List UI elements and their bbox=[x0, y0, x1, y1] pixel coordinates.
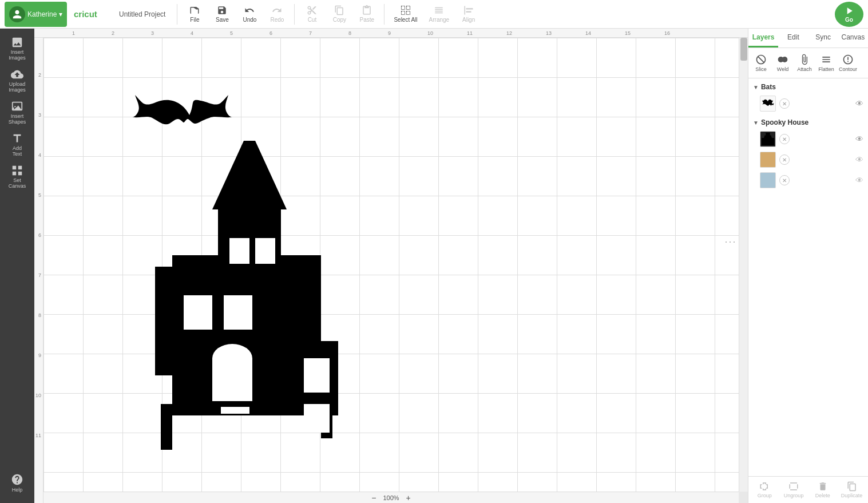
house-image bbox=[155, 141, 338, 467]
user-chevron-icon: ▾ bbox=[59, 10, 62, 18]
spooky-house-group-label: Spooky House bbox=[761, 118, 808, 126]
house-layer-2-x-button[interactable]: ✕ bbox=[779, 155, 790, 165]
cricut-logo: cricut bbox=[74, 9, 112, 20]
toolbar-separator-2 bbox=[294, 4, 295, 25]
sidebar-item-add-text[interactable]: AddText bbox=[2, 129, 33, 160]
canvas-vertical-scrollbar[interactable] bbox=[739, 38, 748, 492]
flatten-tool[interactable]: Flatten bbox=[816, 52, 837, 74]
zoom-in-button[interactable]: + bbox=[404, 493, 413, 502]
tab-sync[interactable]: Sync bbox=[808, 29, 838, 47]
sidebar-insert-images-label: InsertImages bbox=[9, 50, 26, 61]
cut-button[interactable]: Cut bbox=[299, 2, 324, 27]
select-all-button[interactable]: Select All bbox=[389, 2, 422, 27]
toolbar-separator-3 bbox=[384, 4, 385, 25]
group-label: Group bbox=[758, 493, 772, 498]
align-button[interactable]: Align bbox=[456, 2, 481, 27]
house-layer-2-visibility[interactable]: 👁 bbox=[855, 155, 863, 164]
file-label: File bbox=[190, 17, 199, 23]
ruler-left-tick-9: 9 bbox=[38, 353, 41, 358]
group-button[interactable]: Group bbox=[751, 479, 779, 501]
house-layer-3-visibility[interactable]: 👁 bbox=[855, 176, 863, 185]
ruler-tick-3: 3 bbox=[151, 30, 154, 36]
weld-tool[interactable]: Weld bbox=[772, 52, 793, 74]
delete-layer-button[interactable]: Delete bbox=[809, 479, 837, 501]
arrange-button[interactable]: Arrange bbox=[425, 2, 454, 27]
flatten-label: Flatten bbox=[818, 66, 834, 72]
layers-panel: ▼ Bats ✕ 👁 ▼ Spooky House bbox=[748, 78, 868, 476]
copy-button[interactable]: Copy bbox=[327, 2, 352, 27]
file-button[interactable]: File bbox=[182, 2, 207, 27]
ruler-tick-13: 13 bbox=[546, 30, 552, 36]
ruler-tick-11: 11 bbox=[467, 30, 473, 36]
paste-button[interactable]: Paste bbox=[354, 2, 379, 27]
bat-layer-item[interactable]: ✕ 👁 bbox=[748, 93, 868, 114]
ruler-tick-5: 5 bbox=[230, 30, 233, 36]
svg-rect-13 bbox=[155, 272, 187, 375]
canvas-more-options[interactable]: ⋮ bbox=[724, 236, 738, 248]
svg-text:cricut: cricut bbox=[74, 9, 97, 18]
toolbar-separator-1 bbox=[177, 4, 177, 25]
sidebar-help-label: Help bbox=[12, 487, 23, 493]
bat-layer-x-button[interactable]: ✕ bbox=[779, 98, 790, 109]
sidebar-item-upload-images[interactable]: UploadImages bbox=[2, 65, 33, 96]
contour-tool[interactable]: Contour bbox=[838, 52, 858, 74]
zoom-level: 100% bbox=[383, 494, 399, 501]
ruler-left-tick-8: 8 bbox=[38, 312, 41, 318]
tab-canvas[interactable]: Canvas bbox=[838, 29, 868, 47]
tab-edit[interactable]: Edit bbox=[778, 29, 808, 47]
sidebar-item-insert-shapes[interactable]: InsertShapes bbox=[2, 97, 33, 128]
bats-group-label: Bats bbox=[761, 83, 776, 91]
house-layer-1-visibility[interactable]: 👁 bbox=[855, 134, 863, 144]
contour-label: Contour bbox=[839, 66, 857, 72]
project-title: Untitled Project bbox=[119, 10, 165, 18]
bats-chevron-icon: ▼ bbox=[753, 84, 759, 90]
align-label: Align bbox=[462, 17, 475, 23]
svg-rect-21 bbox=[224, 295, 252, 330]
svg-rect-25 bbox=[304, 358, 330, 393]
slice-tool[interactable]: Slice bbox=[751, 52, 771, 74]
sidebar-insert-shapes-label: InsertShapes bbox=[9, 114, 26, 125]
canvas-scroll[interactable] bbox=[43, 38, 739, 492]
go-label: Go bbox=[845, 17, 853, 23]
house-layer-3-x-button[interactable]: ✕ bbox=[779, 175, 790, 185]
attach-tool[interactable]: Attach bbox=[794, 52, 815, 74]
svg-rect-7 bbox=[18, 166, 22, 169]
undo-button[interactable]: Undo bbox=[237, 2, 262, 27]
duplicate-button[interactable]: Duplicate bbox=[838, 479, 866, 501]
layer-group-spooky-house: ▼ Spooky House ✕ 👁 bbox=[748, 116, 868, 191]
redo-button[interactable]: Redo bbox=[264, 2, 290, 27]
bat-layer-visibility[interactable]: 👁 bbox=[855, 99, 863, 108]
svg-rect-24 bbox=[209, 401, 255, 407]
layer-group-spooky-house-header[interactable]: ▼ Spooky House bbox=[748, 116, 868, 129]
svg-rect-6 bbox=[13, 166, 16, 169]
user-menu[interactable]: Katherine ▾ bbox=[5, 2, 67, 27]
canvas-content bbox=[43, 38, 739, 492]
ungroup-button[interactable]: Ungroup bbox=[780, 479, 808, 501]
sidebar-item-help[interactable]: Help bbox=[2, 468, 33, 498]
house-layer-3-item[interactable]: ✕ 👁 bbox=[748, 170, 868, 191]
house-layer-1-x-button[interactable]: ✕ bbox=[779, 134, 790, 144]
ruler-tick-15: 15 bbox=[625, 30, 631, 36]
topbar: Katherine ▾ cricut Untitled Project File… bbox=[0, 0, 868, 29]
sidebar-item-insert-images[interactable]: InsertImages bbox=[2, 33, 33, 64]
paste-label: Paste bbox=[360, 17, 375, 23]
house-layer-2-item[interactable]: ✕ 👁 bbox=[748, 149, 868, 170]
duplicate-label: Duplicate bbox=[841, 493, 863, 498]
ruler-tick-14: 14 bbox=[585, 30, 591, 36]
svg-rect-33 bbox=[763, 156, 773, 164]
go-button[interactable]: Go bbox=[835, 2, 863, 27]
main-area: InsertImages UploadImages InsertShapes A… bbox=[0, 29, 868, 503]
sidebar-item-set-canvas[interactable]: SetCanvas bbox=[2, 161, 33, 192]
tab-layers[interactable]: Layers bbox=[748, 29, 778, 47]
layer-group-bats-header[interactable]: ▼ Bats bbox=[748, 81, 868, 93]
layer-group-bats: ▼ Bats ✕ 👁 bbox=[748, 81, 868, 114]
delete-label: Delete bbox=[815, 493, 830, 498]
house-layer-1-item[interactable]: ✕ 👁 bbox=[748, 129, 868, 149]
svg-rect-20 bbox=[184, 295, 212, 330]
right-panel-tools: Slice Weld Attach Flatten Contour bbox=[748, 48, 868, 78]
canvas-vscroll-thumb[interactable] bbox=[740, 38, 747, 61]
zoom-out-button[interactable]: − bbox=[369, 493, 378, 502]
house-layer-3-thumb bbox=[760, 172, 776, 188]
ruler-left-tick-7: 7 bbox=[38, 272, 41, 278]
save-button[interactable]: Save bbox=[209, 2, 235, 27]
